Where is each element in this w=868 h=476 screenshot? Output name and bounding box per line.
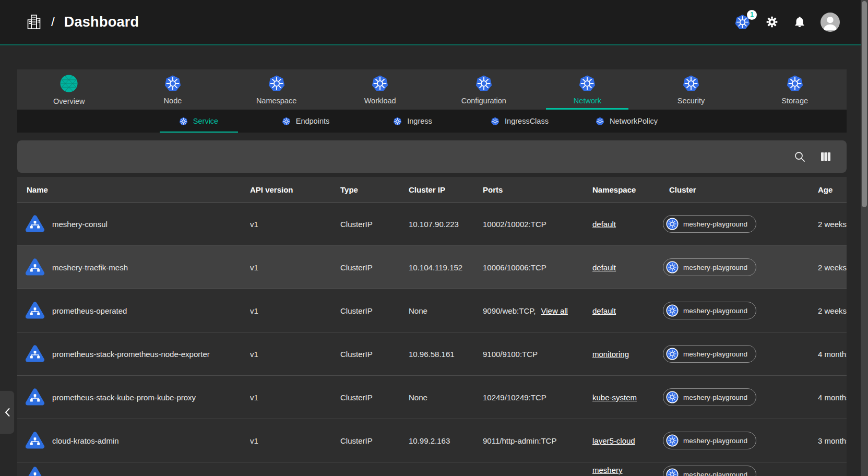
age-cell: 2 weeks [801, 306, 847, 315]
cluster-chip[interactable]: meshery-playground [663, 432, 756, 449]
namespace-link[interactable]: kube-system [592, 393, 637, 402]
cluster-cell: meshery-playground [663, 345, 801, 363]
namespace-link[interactable]: layer5-cloud [592, 436, 635, 445]
cluster-chip[interactable]: meshery-playground [663, 388, 756, 406]
table-row[interactable]: mesherymeshery-playground [17, 462, 847, 476]
page-scrollbar[interactable] [861, 0, 868, 476]
column-header-type[interactable]: Type [340, 185, 409, 194]
view-columns-button[interactable] [819, 150, 832, 163]
tab-node[interactable]: Node [121, 69, 225, 110]
network-resource-subtabs: ServiceEndpointsIngressIngressClassNetwo… [17, 110, 847, 133]
cluster-ip-cell: 10.96.58.161 [409, 350, 483, 359]
service-name: prometheus-operated [52, 306, 127, 315]
kubernetes-icon [578, 75, 596, 92]
namespace-link[interactable]: monitoring [592, 350, 629, 359]
age-cell: 3 months [801, 436, 847, 445]
namespace-link[interactable]: default [592, 306, 616, 315]
subtab-ingressclass[interactable]: IngressClass [466, 110, 573, 133]
kubernetes-context-button[interactable]: 1 [734, 14, 751, 30]
age-cell: 4 months [801, 393, 847, 402]
notifications-button[interactable] [793, 16, 806, 28]
header-accent-rule [0, 44, 868, 45]
kubernetes-icon [682, 75, 700, 92]
view-all-ports-link[interactable]: View all [541, 306, 567, 315]
top-bar: / Dashboard 1 [0, 0, 868, 44]
namespace-cell: kube-system [592, 393, 663, 402]
search-button[interactable] [793, 150, 806, 163]
name-cell [17, 466, 250, 476]
tab-workload[interactable]: Workload [328, 69, 432, 110]
tab-label: Configuration [461, 97, 506, 105]
column-header-cluster-ip[interactable]: Cluster IP [409, 185, 483, 194]
column-header-name[interactable]: Name [17, 185, 250, 194]
cluster-ip-cell: None [409, 306, 483, 315]
search-icon [793, 150, 806, 163]
sidebar-collapse-toggle[interactable] [0, 390, 15, 434]
ports-cell: 10006/10006:TCP [483, 263, 592, 272]
kubernetes-icon [491, 117, 500, 126]
type-cell: ClusterIP [340, 436, 409, 445]
cluster-chip[interactable]: meshery-playground [663, 466, 756, 476]
cluster-cell: meshery-playground [663, 258, 801, 276]
ports-text: 9100/9100:TCP [483, 350, 538, 359]
kubernetes-icon [786, 75, 804, 92]
table-row[interactable]: prometheus-operatedv1ClusterIPNone9090/w… [17, 289, 847, 332]
type-cell: ClusterIP [340, 350, 409, 359]
cluster-name: meshery-playground [683, 471, 747, 476]
tab-storage[interactable]: Storage [743, 69, 847, 110]
tab-overview[interactable]: Overview [17, 69, 121, 110]
service-name: meshery-consul [52, 220, 108, 229]
subtab-service[interactable]: Service [145, 110, 252, 133]
namespace-link[interactable]: meshery [592, 466, 623, 474]
tab-label: Security [677, 97, 705, 105]
scrollbar-thumb[interactable] [862, 1, 867, 207]
person-icon [821, 13, 840, 32]
subtab-endpoints[interactable]: Endpoints [252, 110, 359, 133]
tab-label: Network [574, 97, 601, 105]
kubernetes-icon [393, 117, 402, 126]
settings-button[interactable] [765, 15, 779, 29]
tab-security[interactable]: Security [639, 69, 743, 110]
cluster-chip[interactable]: meshery-playground [663, 258, 756, 276]
cluster-cell: meshery-playground [663, 302, 801, 319]
column-header-age[interactable]: Age [801, 185, 847, 194]
column-header-ports[interactable]: Ports [483, 185, 592, 194]
subtab-ingress[interactable]: Ingress [359, 110, 466, 133]
table-row[interactable]: cloud-kratos-adminv1ClusterIP10.99.2.163… [17, 419, 847, 462]
column-header-cluster[interactable]: Cluster [663, 185, 801, 194]
name-cell: prometheus-stack-kube-prom-kube-proxy [17, 387, 250, 407]
table-row[interactable]: prometheus-stack-kube-prom-kube-proxyv1C… [17, 376, 847, 419]
tab-namespace[interactable]: Namespace [224, 69, 328, 110]
tab-network[interactable]: Network [536, 69, 639, 110]
age-cell: 2 weeks [801, 263, 847, 272]
kubernetes-icon [179, 117, 188, 126]
cluster-chip[interactable]: meshery-playground [663, 345, 756, 363]
age-cell: 2 weeks [801, 220, 847, 229]
namespace-link[interactable]: default [592, 220, 616, 229]
namespace-link[interactable]: default [592, 263, 616, 272]
column-header-api-version[interactable]: API version [250, 185, 340, 194]
type-cell: ClusterIP [340, 306, 409, 315]
subtab-networkpolicy[interactable]: NetworkPolicy [573, 110, 680, 133]
name-cell: meshery-traefik-mesh [17, 257, 250, 277]
ports-text: 10002/10002:TCP [483, 220, 546, 229]
kubernetes-icon [666, 434, 679, 447]
cluster-chip[interactable]: meshery-playground [663, 215, 756, 233]
api-version-cell: v1 [250, 393, 340, 402]
table-row[interactable]: prometheus-stack-prometheus-node-exporte… [17, 332, 847, 376]
kubernetes-icon [666, 261, 679, 273]
table-row[interactable]: meshery-consulv1ClusterIP10.107.90.22310… [17, 203, 847, 246]
tab-configuration[interactable]: Configuration [432, 69, 536, 110]
ports-cell: 10249/10249:TCP [483, 393, 592, 402]
name-cell: meshery-consul [17, 214, 250, 234]
subtab-label: Service [193, 117, 218, 125]
services-table: NameAPI versionTypeCluster IPPortsNamesp… [17, 177, 847, 476]
user-avatar-button[interactable] [821, 13, 840, 32]
table-row[interactable]: meshery-traefik-meshv1ClusterIP10.104.11… [17, 246, 847, 289]
cluster-cell: meshery-playground [663, 388, 801, 406]
cluster-chip[interactable]: meshery-playground [663, 302, 756, 319]
column-header-namespace[interactable]: Namespace [592, 185, 663, 194]
ports-cell: 9011/http-admin:TCP [483, 436, 592, 445]
ports-cell: 10002/10002:TCP [483, 220, 592, 229]
cluster-ip-cell: 10.99.2.163 [409, 436, 483, 445]
